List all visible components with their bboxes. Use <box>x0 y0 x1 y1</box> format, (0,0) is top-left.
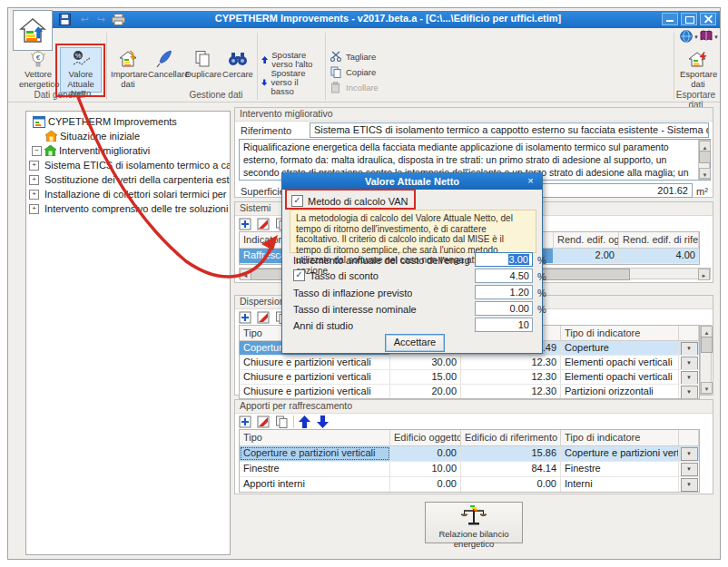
delete-row-button[interactable] <box>257 311 271 324</box>
cell-oggetto[interactable]: 15.00 <box>390 370 461 384</box>
cell-indicatore[interactable]: Elementi opachi verticali <box>561 356 679 369</box>
table-row[interactable]: Apporti interni 0.00 0.00 Interni <box>240 477 699 492</box>
tasso-interesse-input[interactable]: 0.00 <box>475 301 533 316</box>
cell-oggetto[interactable]: 20.00 <box>390 385 461 398</box>
move-down-button[interactable] <box>317 415 330 428</box>
cell-riferimento[interactable]: 0.00 <box>461 477 561 492</box>
cell-oggetto[interactable]: 30.00 <box>390 356 461 369</box>
tasso-sconto-checkbox-row[interactable]: Tasso di sconto <box>293 269 379 281</box>
tasso-sconto-input[interactable]: 4.50 <box>475 269 533 283</box>
scroll-down-icon[interactable] <box>701 382 713 394</box>
add-row-button[interactable] <box>239 415 252 428</box>
maximize-button[interactable] <box>681 13 697 25</box>
move-up-button[interactable] <box>299 415 312 428</box>
ribbon-button-copiare[interactable]: Copiare <box>330 65 376 78</box>
cell-riferimento[interactable]: 12.30 <box>461 356 561 369</box>
cell-oggetto[interactable]: 2.00 <box>554 249 619 263</box>
cell-tipo[interactable]: Chiusure e partizioni verticali <box>240 370 390 384</box>
table-row[interactable]: Chiusure e partizioni verticali 30.00 12… <box>240 356 699 370</box>
dropdown-button[interactable] <box>681 447 698 461</box>
collapse-icon[interactable]: − <box>32 146 42 156</box>
cell-indicatore[interactable]: Interni <box>561 477 679 492</box>
cell-tipo[interactable]: Chiusure e partizioni verticali <box>240 356 390 369</box>
globe-button[interactable] <box>680 30 694 44</box>
globe-caret-icon[interactable]: ▼ <box>694 34 699 40</box>
expand-icon[interactable]: + <box>29 161 39 171</box>
redo-button[interactable]: ↪ <box>93 12 109 27</box>
cell-riferimento[interactable]: 12.30 <box>461 385 561 398</box>
incremento-energia-input[interactable]: 3.00 <box>475 252 533 267</box>
tree-item-interventi-migliorativi[interactable]: − Interventi migliorativi <box>26 143 230 158</box>
ribbon-button-importare-dati[interactable]: Importare dati <box>110 47 146 93</box>
scroll-thumb[interactable] <box>701 337 713 353</box>
close-button[interactable] <box>700 13 716 25</box>
cell-riferimento[interactable]: 4.00 <box>619 249 699 263</box>
dropdown-button[interactable] <box>681 371 698 384</box>
cell-indicatore[interactable]: Finestre <box>561 462 679 476</box>
checkbox-checked-icon[interactable] <box>291 195 303 207</box>
tree-item-installazione-collettori[interactable]: + Installazione di collettori solari ter… <box>26 187 230 201</box>
cell-indicatore[interactable]: Coperture <box>561 341 679 355</box>
tasso-inflazione-input[interactable]: 1.20 <box>475 285 533 299</box>
accettare-button[interactable]: Accettare <box>385 334 445 352</box>
riferimento-input[interactable]: Sistema ETICS di isolamento termico a ca… <box>310 122 709 138</box>
cell-oggetto[interactable]: 10.00 <box>390 462 461 476</box>
scroll-right-icon[interactable] <box>698 269 710 280</box>
tree-item-sistema-etics[interactable]: + Sistema ETICS di isolamento termico a … <box>26 158 230 172</box>
copy-row-button[interactable] <box>275 415 289 428</box>
cell-oggetto[interactable]: 0.00 <box>390 477 461 492</box>
tree-item-situazione-iniziale[interactable]: Situazione iniziale <box>26 129 230 143</box>
table-row[interactable]: Chiusure e partizioni verticali 15.00 12… <box>240 370 699 385</box>
print-button[interactable] <box>110 12 126 27</box>
ribbon-button-valore-attuale-netto[interactable]: % Valore Attuale Netto <box>60 47 102 93</box>
cell-tipo[interactable]: Chiusure e partizioni verticali <box>240 385 390 398</box>
anni-studio-input[interactable]: 10 <box>475 318 533 332</box>
expand-icon[interactable]: + <box>29 204 39 214</box>
app-logo-button[interactable] <box>13 10 53 51</box>
expand-icon[interactable]: + <box>29 175 39 185</box>
ribbon-button-cercare[interactable]: Cercare <box>221 47 254 93</box>
scroll-thumb[interactable] <box>699 151 711 163</box>
ribbon-button-tagliare[interactable]: Tagliare <box>330 50 376 63</box>
scroll-down-icon[interactable] <box>699 168 711 179</box>
cell-tipo[interactable]: Apporti interni <box>240 477 390 492</box>
cell-riferimento[interactable]: 15.86 <box>461 446 561 461</box>
ribbon-button-esportare-dati[interactable]: Esportare dati <box>679 47 717 93</box>
metodo-van-checkbox-row[interactable]: Metodo di calcolo VAN <box>291 195 408 207</box>
cell-oggetto[interactable]: 0.00 <box>390 446 461 461</box>
expand-icon[interactable]: + <box>29 190 39 200</box>
ribbon-button-spostare-alto[interactable]: Spostare verso l'alto <box>261 50 323 70</box>
checkbox-checked-icon[interactable] <box>293 269 305 281</box>
dropdown-button[interactable] <box>681 342 698 355</box>
dropdown-button[interactable] <box>681 478 698 492</box>
ribbon-button-vettore-energetico[interactable]: € Vettore energetico <box>18 47 58 93</box>
dialog-close-icon[interactable] <box>523 175 538 188</box>
cell-riferimento[interactable]: 84.14 <box>461 462 561 476</box>
cell-riferimento[interactable]: 12.30 <box>461 370 561 384</box>
dropdown-button[interactable] <box>681 463 698 476</box>
tree-item-intervento-comprensivo[interactable]: + Intervento comprensivo delle tre soluz… <box>26 201 230 216</box>
ribbon-button-cancellare[interactable]: Cancellare <box>147 47 183 93</box>
table-row[interactable]: Finestre 10.00 84.14 Finestre <box>240 462 699 477</box>
cell-tipo[interactable]: Coperture e partizioni verticali <box>240 446 390 461</box>
save-button[interactable] <box>56 12 73 27</box>
add-row-button[interactable] <box>239 218 252 230</box>
cell-indicatore[interactable]: Coperture e partizioni verticali <box>561 446 679 461</box>
dropdown-button[interactable] <box>681 386 698 398</box>
tree-root-item[interactable]: CYPETHERM Improvements <box>26 114 230 129</box>
add-row-button[interactable] <box>239 311 252 324</box>
cell-indicatore[interactable]: Elementi opachi verticali <box>561 370 679 384</box>
help-caret-icon[interactable]: ▼ <box>713 34 719 40</box>
delete-row-button[interactable] <box>257 218 271 230</box>
cell-indicatore[interactable]: Partizioni orizzontali <box>561 385 679 398</box>
dispersioni-vscrollbar[interactable] <box>700 325 712 395</box>
tree-item-sostituzione-vetri[interactable]: + Sostituzione dei vetri della carpenter… <box>26 172 230 187</box>
ribbon-button-duplicare[interactable]: Duplicare <box>184 47 221 93</box>
table-row[interactable]: Coperture e partizioni verticali 0.00 15… <box>240 446 699 462</box>
dropdown-button[interactable] <box>681 357 698 369</box>
help-book-button[interactable] <box>700 30 713 44</box>
undo-button[interactable]: ↩ <box>76 12 93 27</box>
descrizione-scrollbar[interactable] <box>698 140 710 180</box>
table-row[interactable]: Chiusure e partizioni verticali 20.00 12… <box>240 385 699 398</box>
minimize-button[interactable] <box>662 13 678 25</box>
